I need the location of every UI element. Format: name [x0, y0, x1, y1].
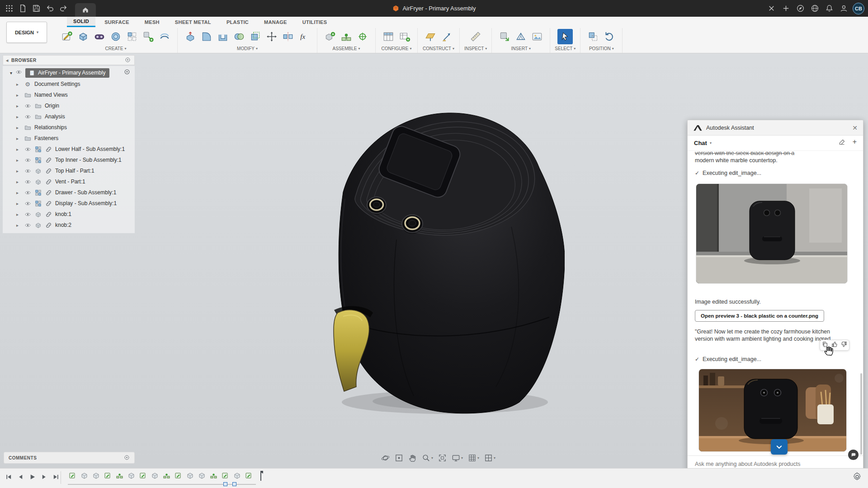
eye-icon[interactable]: [24, 102, 31, 109]
go-to-end-button[interactable]: [51, 472, 61, 482]
eye-icon[interactable]: [24, 167, 31, 174]
eye-icon[interactable]: [24, 189, 31, 196]
timeline-feature-12[interactable]: [197, 471, 206, 480]
airfryer-model[interactable]: [330, 108, 565, 416]
expander-icon[interactable]: ▸: [16, 212, 21, 217]
tree-item[interactable]: ▸Display - Sub Assembly:1: [3, 198, 135, 209]
expander-icon[interactable]: ▸: [16, 93, 21, 98]
file-menu-icon[interactable]: [17, 3, 28, 14]
revert-position-icon[interactable]: [602, 29, 617, 44]
parameters-icon[interactable]: fx: [297, 29, 312, 44]
thumbs-down-icon[interactable]: [841, 341, 847, 349]
expander-icon[interactable]: ▾: [10, 70, 12, 75]
assistant-input[interactable]: [694, 460, 843, 468]
config-insert-icon[interactable]: [397, 29, 412, 44]
create-form-icon[interactable]: [92, 29, 107, 44]
timeline-feature-7[interactable]: [138, 471, 147, 480]
tree-item[interactable]: ▸Origin: [3, 100, 135, 111]
joint-origin-icon[interactable]: [355, 29, 370, 44]
tree-item[interactable]: ▸Named Views: [3, 89, 135, 100]
zoom-icon[interactable]: ▾: [422, 454, 433, 462]
expander-icon[interactable]: ▸: [16, 190, 21, 195]
model-viewport[interactable]: ◂ BROWSER ▾ AirFryer - Primary Assembly …: [0, 53, 868, 468]
expander-icon[interactable]: ▸: [16, 125, 21, 130]
tree-item-label[interactable]: knob:1: [55, 211, 71, 217]
timeline-feature-4[interactable]: [103, 471, 112, 480]
tree-item-label[interactable]: Vent - Part:1: [55, 178, 85, 185]
collapse-panel-icon[interactable]: ◂: [3, 58, 11, 63]
group-dropdown-create[interactable]: CREATE▾: [105, 46, 127, 51]
eye-icon[interactable]: [24, 200, 31, 207]
design-workspace-button[interactable]: DESIGN ▾: [6, 22, 47, 43]
align-icon[interactable]: [280, 29, 296, 44]
eye-icon[interactable]: [24, 221, 31, 229]
expander-icon[interactable]: ▸: [16, 147, 21, 152]
look-at-icon[interactable]: [395, 454, 403, 462]
group-dropdown-modify[interactable]: MODIFY▾: [237, 46, 258, 51]
expander-icon[interactable]: ▸: [16, 82, 21, 87]
root-document-pill[interactable]: AirFryer - Primary Assembly: [25, 68, 109, 78]
eye-icon[interactable]: [24, 211, 31, 218]
tab-solid[interactable]: SOLID: [67, 17, 95, 27]
timeline-feature-15[interactable]: [232, 471, 241, 480]
comments-bar[interactable]: COMMENTS: [4, 452, 135, 464]
tree-item-label[interactable]: Document Settings: [34, 81, 80, 87]
open-preview-button[interactable]: Open preview 3 - black plastic on a coun…: [695, 310, 824, 322]
press-pull-icon[interactable]: [183, 29, 198, 44]
tab-plastic[interactable]: PLASTIC: [220, 17, 255, 27]
tree-item-label[interactable]: Drawer - Sub Assembly:1: [55, 189, 116, 196]
tree-item[interactable]: ▸knob:2: [3, 220, 135, 230]
measure-icon[interactable]: [468, 29, 483, 44]
move-copy-icon[interactable]: [264, 29, 279, 44]
timeline-feature-13[interactable]: [209, 471, 218, 480]
assistant-scrollbar[interactable]: [860, 373, 862, 455]
timeline-feature-5[interactable]: [115, 471, 124, 480]
compose-icon[interactable]: [839, 139, 845, 147]
group-dropdown-inspect[interactable]: INSPECT▾: [464, 46, 487, 51]
tree-item-label[interactable]: Named Views: [34, 92, 68, 98]
timeline-feature-1[interactable]: [68, 471, 77, 480]
fillet-icon[interactable]: [199, 29, 214, 44]
go-to-start-button[interactable]: [4, 472, 14, 482]
app-grid-icon[interactable]: [4, 3, 14, 14]
tree-item[interactable]: ▸Vent - Part:1: [3, 176, 135, 187]
timeline-feature-10[interactable]: [174, 471, 183, 480]
axis-icon[interactable]: [439, 29, 454, 44]
display-settings-icon[interactable]: ▾: [452, 454, 463, 462]
revolve-icon[interactable]: [108, 29, 123, 44]
tree-item-label[interactable]: Analysis: [45, 113, 65, 120]
undo-icon[interactable]: [44, 3, 55, 14]
gear-icon[interactable]: [853, 472, 862, 483]
expander-icon[interactable]: ▸: [16, 103, 21, 108]
derive-icon[interactable]: [141, 29, 156, 44]
tree-item[interactable]: ▸Fasteners: [3, 133, 135, 144]
assistant-bubble-icon[interactable]: [848, 450, 859, 460]
timeline-feature-3[interactable]: [91, 471, 100, 480]
dot-circle-icon[interactable]: [124, 69, 130, 77]
tree-item-label[interactable]: knob:2: [55, 222, 71, 228]
tab-mesh[interactable]: MESH: [138, 17, 166, 27]
extensions-icon[interactable]: [795, 3, 806, 14]
knob-1[interactable]: [367, 197, 386, 215]
new-chat-icon[interactable]: +: [853, 139, 857, 147]
expander-icon[interactable]: ▸: [16, 179, 21, 184]
timeline-slider-track[interactable]: [68, 484, 256, 485]
dot-circle-icon[interactable]: [125, 57, 131, 64]
capture-position-icon[interactable]: [585, 29, 601, 44]
tree-item[interactable]: ▸Drawer - Sub Assembly:1: [3, 187, 135, 198]
tree-item-label[interactable]: Lower Half - Sub Assembly:1: [55, 146, 125, 152]
tab-surface[interactable]: SURFACE: [98, 17, 136, 27]
tree-item-label[interactable]: Fasteners: [34, 135, 58, 141]
tree-item-label[interactable]: Origin: [45, 103, 59, 109]
create-sketch-icon[interactable]: [59, 29, 75, 44]
tree-item[interactable]: ▸Top Half - Part:1: [3, 165, 135, 176]
close-icon[interactable]: ✕: [852, 124, 858, 131]
pan-icon[interactable]: [408, 454, 417, 462]
group-dropdown-construct[interactable]: CONSTRUCT▾: [423, 46, 454, 51]
step-back-button[interactable]: [15, 472, 25, 482]
thicken-icon[interactable]: [157, 29, 172, 44]
pattern-icon[interactable]: [124, 29, 140, 44]
drawer-handle[interactable]: [334, 310, 369, 391]
eye-icon[interactable]: [24, 113, 31, 120]
chat-dropdown[interactable]: Chat: [694, 140, 707, 146]
